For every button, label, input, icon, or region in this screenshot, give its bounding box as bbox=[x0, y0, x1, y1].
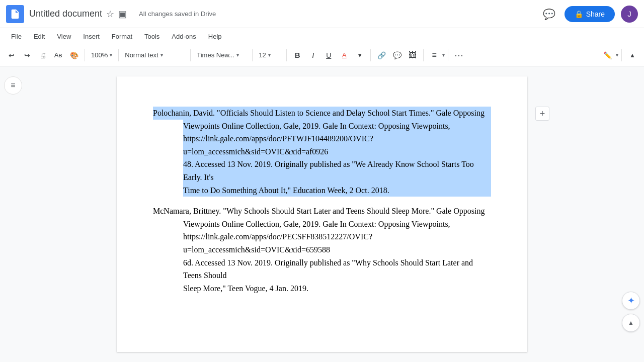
menu-view[interactable]: View bbox=[52, 31, 76, 42]
sep1 bbox=[85, 49, 85, 61]
font-size-dropdown[interactable]: 12 ▾ bbox=[256, 48, 283, 62]
sep4 bbox=[252, 49, 253, 61]
add-comment-margin-button[interactable]: + bbox=[535, 107, 549, 121]
image-button[interactable]: 🖼 bbox=[405, 48, 420, 62]
editing-mode-button[interactable]: ✏️ bbox=[600, 48, 615, 62]
sidebar-icon: ≡ bbox=[11, 81, 15, 90]
collapse-float-button[interactable]: ▲ bbox=[622, 314, 640, 332]
top-bar: Untitled document ☆ ▣ All changes saved … bbox=[0, 0, 644, 28]
bold-button[interactable]: B bbox=[290, 48, 305, 62]
star-icon[interactable]: ☆ bbox=[106, 9, 114, 20]
spellcheck-button[interactable]: Aʙ bbox=[51, 48, 66, 62]
doc-area: ≡ + Polochanin, David. "Officials Should… bbox=[0, 66, 644, 362]
sep2 bbox=[118, 49, 119, 61]
undo-redo-group: ↩ ↪ 🖨 Aʙ 🎨 bbox=[4, 48, 82, 62]
menu-tools[interactable]: Tools bbox=[139, 31, 165, 42]
menu-format[interactable]: Format bbox=[107, 31, 137, 42]
menu-bar: File Edit View Insert Format Tools Add-o… bbox=[0, 28, 644, 44]
menu-edit[interactable]: Edit bbox=[29, 31, 50, 42]
app-icon[interactable] bbox=[6, 5, 24, 23]
align-dropdown[interactable]: ≡ bbox=[427, 48, 442, 62]
share-button[interactable]: 🔒 Share bbox=[565, 6, 615, 22]
citation-2-indent-3[interactable]: 6d. Accessed 13 Nov. 2019. Originally pu… bbox=[183, 256, 491, 282]
more-options-button[interactable]: ⋯ bbox=[451, 48, 466, 62]
citation-1-first-line[interactable]: Polochanin, David. "Officials Should Lis… bbox=[153, 107, 491, 120]
sidebar-toggle-button[interactable]: ≡ bbox=[4, 76, 22, 95]
print-button[interactable]: 🖨 bbox=[35, 48, 50, 62]
menu-insert[interactable]: Insert bbox=[78, 31, 105, 42]
citation-2-first-line[interactable]: McNamara, Brittney. "Why Schools Should … bbox=[153, 205, 491, 218]
zoom-arrow: ▾ bbox=[110, 52, 112, 58]
menu-addons[interactable]: Add-ons bbox=[167, 31, 201, 42]
top-right-actions: 💬 🔒 Share J bbox=[540, 5, 638, 23]
save-status: All changes saved in Drive bbox=[139, 10, 216, 18]
right-float-buttons: ✦ ▲ bbox=[622, 292, 640, 332]
ai-assistant-button[interactable]: ✦ bbox=[622, 292, 640, 310]
paragraph-style-dropdown[interactable]: Normal text ▾ bbox=[122, 48, 187, 62]
citation-2-indent-4[interactable]: Sleep More," Teen Vogue, 4 Jan. 2019. bbox=[183, 282, 491, 295]
menu-file[interactable]: File bbox=[6, 31, 27, 42]
page: + Polochanin, David. "Officials Should L… bbox=[117, 76, 527, 352]
citation-1-indent-1[interactable]: Viewpoints Online Collection, Gale, 2019… bbox=[183, 120, 491, 133]
size-arrow: ▾ bbox=[268, 52, 271, 58]
font-dropdown[interactable]: Times New... ▾ bbox=[194, 48, 249, 62]
sep9 bbox=[621, 49, 622, 61]
sep3 bbox=[190, 49, 191, 61]
citation-1-indent-4[interactable]: Time to Do Something About It," Educatio… bbox=[183, 184, 491, 197]
document-content[interactable]: Polochanin, David. "Officials Should Lis… bbox=[153, 107, 491, 295]
folder-icon[interactable]: ▣ bbox=[118, 9, 127, 20]
menu-help[interactable]: Help bbox=[203, 31, 227, 42]
text-color-button[interactable]: A bbox=[337, 48, 352, 62]
comments-button[interactable]: 💬 bbox=[540, 5, 558, 23]
citation-2[interactable]: McNamara, Brittney. "Why Schools Should … bbox=[153, 205, 491, 295]
lock-icon: 🔒 bbox=[575, 10, 583, 18]
sep6 bbox=[370, 49, 371, 61]
para-arrow: ▾ bbox=[160, 52, 163, 58]
doc-title[interactable]: Untitled document bbox=[29, 9, 102, 19]
italic-button[interactable]: I bbox=[305, 48, 320, 62]
collapse-toolbar-button[interactable]: ▲ bbox=[625, 48, 640, 62]
avatar[interactable]: J bbox=[621, 6, 638, 23]
link-button[interactable]: 🔗 bbox=[374, 48, 389, 62]
sep8 bbox=[448, 49, 448, 61]
add-comment-toolbar-button[interactable]: 💬 bbox=[389, 48, 405, 62]
citation-2-indent-2[interactable]: https://link.gale.com/apps/doc/PECSFF838… bbox=[183, 230, 491, 256]
doc-title-area: Untitled document ☆ ▣ All changes saved … bbox=[29, 9, 535, 20]
insert-group: 🔗 💬 🖼 bbox=[374, 48, 420, 62]
toolbar: ↩ ↪ 🖨 Aʙ 🎨 100% ▾ Normal text ▾ Times Ne… bbox=[0, 44, 644, 66]
format-group: B I U A ▼ bbox=[290, 48, 367, 62]
redo-button[interactable]: ↪ bbox=[20, 48, 35, 62]
highlight-button[interactable]: ▼ bbox=[352, 48, 367, 62]
zoom-dropdown[interactable]: 100% ▾ bbox=[88, 48, 115, 62]
citation-1[interactable]: Polochanin, David. "Officials Should Lis… bbox=[153, 107, 491, 197]
underline-button[interactable]: U bbox=[321, 48, 336, 62]
citation-1-indent-2[interactable]: https://link.gale.com/apps/doc/PFTWJF104… bbox=[183, 132, 491, 158]
citation-1-indent-3[interactable]: 48. Accessed 13 Nov. 2019. Originally pu… bbox=[183, 158, 491, 184]
font-arrow: ▾ bbox=[236, 52, 239, 58]
sep5 bbox=[286, 49, 287, 61]
citation-2-indent-1[interactable]: Viewpoints Online Collection, Gale, 2019… bbox=[183, 218, 491, 231]
sep7 bbox=[423, 49, 424, 61]
paint-format-button[interactable]: 🎨 bbox=[66, 48, 82, 62]
align-group: ≡ ▾ bbox=[427, 48, 445, 62]
undo-button[interactable]: ↩ bbox=[4, 48, 19, 62]
